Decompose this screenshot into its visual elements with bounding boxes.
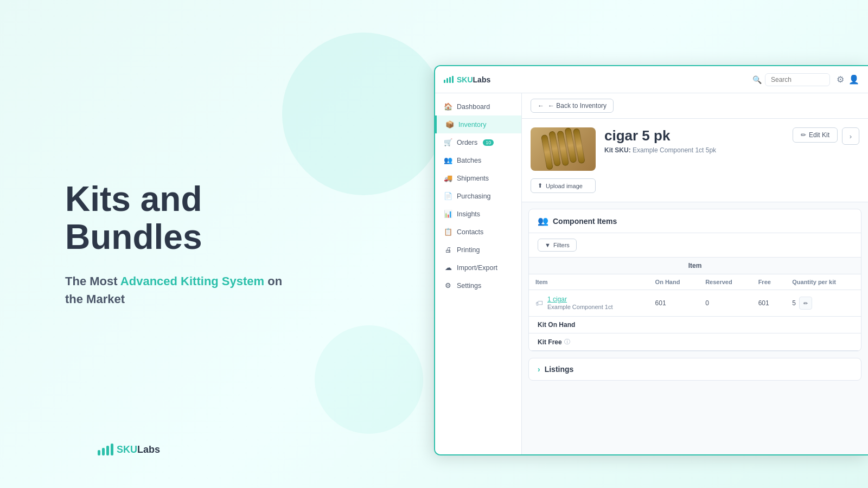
free-cell: 601	[752, 290, 786, 317]
component-items-section: 👥 Component Items ▼ Filters Item	[528, 209, 861, 351]
sidebar: 🏠 Dashboard 📦 Inventory 🛒 Orders 10 👥 Ba…	[435, 93, 522, 454]
listings-title: Listings	[545, 365, 574, 374]
sidebar-label-contacts: Contacts	[457, 228, 483, 236]
sidebar-item-batches[interactable]: 👥 Batches	[435, 151, 521, 169]
badge-orders: 10	[483, 139, 494, 146]
logo-bars	[98, 444, 113, 455]
left-panel: Kits and Bundles The Most Advanced Kitti…	[33, 0, 358, 488]
sidebar-item-shipments[interactable]: 🚚 Shipments	[435, 169, 521, 187]
sidebar-item-printing[interactable]: 🖨 Printing	[435, 241, 521, 259]
item-sub: Example Component 1ct	[547, 304, 612, 310]
filters-button[interactable]: ▼ Filters	[538, 239, 577, 252]
sidebar-item-import_export[interactable]: ☁ Import/Export	[435, 259, 521, 277]
batches-icon: 👥	[444, 156, 452, 164]
kit-free-row: Kit Free ⓘ	[529, 333, 861, 351]
subtitle: The Most Advanced Kitting System on the …	[65, 272, 326, 308]
sidebar-label-import_export: Import/Export	[457, 264, 497, 272]
sidebar-item-settings[interactable]: ⚙ Settings	[435, 277, 521, 294]
chevron-icon: ›	[850, 132, 852, 140]
col-header-reserved: Reserved	[699, 274, 751, 290]
component-items-table: Item Item On Hand Reserved Free Quantity…	[529, 258, 861, 317]
topbar-logo-bars	[444, 76, 454, 83]
gear-icon[interactable]: ⚙	[837, 74, 844, 85]
printing-icon: 🖨	[444, 246, 452, 254]
topbar: SKULabs 🔍 ⚙ 👤	[435, 66, 868, 93]
table-group-header: Item	[529, 258, 861, 274]
kit-free-label: Kit Free	[538, 338, 562, 346]
dashboard-icon: 🏠	[444, 102, 452, 111]
item-cell: 🏷 1 cigar Example Component 1ct	[529, 290, 649, 317]
inventory-icon: 📦	[445, 120, 454, 129]
qty-value: 5	[792, 299, 796, 307]
app-window: SKULabs 🔍 ⚙ 👤 🏠 Dashboard 📦 Inventory 🛒 …	[434, 65, 868, 455]
qty-per-kit-cell: 5 ✏	[786, 290, 861, 317]
search-icon: 🔍	[752, 75, 762, 84]
content-area: ← ← Back to Inventory	[522, 93, 868, 454]
sidebar-label-insights: Insights	[457, 210, 480, 218]
reserved-cell: 0	[699, 290, 751, 317]
topbar-logo: SKULabs	[444, 75, 490, 84]
settings-icon: ⚙	[444, 281, 452, 290]
sidebar-label-shipments: Shipments	[457, 175, 489, 182]
col-header-on-hand: On Hand	[649, 274, 699, 290]
item-link[interactable]: 1 cigar	[547, 296, 612, 303]
kit-on-hand-row: Kit On Hand	[529, 317, 861, 333]
sidebar-label-orders: Orders	[457, 139, 477, 146]
topbar-logo-name: SKULabs	[457, 75, 490, 84]
listings-chevron-icon: ›	[538, 365, 540, 374]
product-actions: ✏ Edit Kit ›	[793, 127, 859, 145]
product-header: ⬆ Upload image cigar 5 pk Kit SKU: Examp…	[522, 119, 868, 202]
qty-edit-button[interactable]: ✏	[799, 297, 812, 310]
back-arrow-icon: ←	[538, 102, 544, 110]
kit-summary: Kit On Hand Kit Free ⓘ	[529, 317, 861, 351]
sidebar-label-batches: Batches	[457, 157, 481, 164]
component-icon: 👥	[538, 216, 548, 226]
sidebar-label-printing: Printing	[457, 246, 480, 254]
shipments-icon: 🚚	[444, 174, 452, 182]
search-input[interactable]	[765, 73, 830, 86]
topbar-search[interactable]: 🔍	[752, 73, 830, 86]
sidebar-item-contacts[interactable]: 📋 Contacts	[435, 223, 521, 241]
sidebar-item-purchasing[interactable]: 📄 Purchasing	[435, 187, 521, 205]
back-to-inventory-button[interactable]: ← ← Back to Inventory	[531, 99, 614, 113]
sidebar-item-dashboard[interactable]: 🏠 Dashboard	[435, 98, 521, 115]
insights-icon: 📊	[444, 210, 452, 218]
upload-icon: ⬆	[538, 182, 542, 189]
tag-icon: 🏷	[535, 299, 543, 307]
purchasing-icon: 📄	[444, 192, 452, 200]
col-header-free: Free	[752, 274, 786, 290]
user-icon[interactable]: 👤	[848, 74, 859, 85]
sidebar-item-insights[interactable]: 📊 Insights	[435, 205, 521, 223]
filters-bar: ▼ Filters	[529, 233, 861, 258]
sidebar-label-settings: Settings	[457, 282, 481, 290]
info-icon[interactable]: ⓘ	[564, 338, 570, 346]
main-heading: Kits and Bundles	[65, 180, 326, 256]
upload-image-button[interactable]: ⬆ Upload image	[531, 178, 596, 193]
product-sku: Kit SKU: Example Component 1ct 5pk	[604, 146, 784, 154]
import_export-icon: ☁	[444, 264, 452, 272]
orders-icon: 🛒	[444, 138, 452, 146]
back-bar: ← ← Back to Inventory	[522, 93, 868, 119]
sidebar-item-orders[interactable]: 🛒 Orders 10	[435, 133, 521, 151]
product-info: cigar 5 pk Kit SKU: Example Component 1c…	[604, 127, 784, 154]
table-row: 🏷 1 cigar Example Component 1ct 601 0 60…	[529, 290, 861, 317]
sidebar-label-dashboard: Dashboard	[457, 103, 490, 111]
main-layout: 🏠 Dashboard 📦 Inventory 🛒 Orders 10 👥 Ba…	[435, 93, 868, 454]
sidebar-label-purchasing: Purchasing	[457, 192, 491, 200]
listings-section: › Listings	[528, 358, 861, 381]
cigar-visual	[541, 129, 585, 170]
pencil-icon: ✏	[801, 131, 806, 139]
topbar-icons: ⚙ 👤	[837, 74, 859, 85]
logo-text: SKULabs	[117, 444, 160, 455]
col-header-qty-per-kit: Quantity per kit	[786, 274, 861, 290]
col-header-item: Item	[529, 274, 649, 290]
component-items-table-wrapper: Item Item On Hand Reserved Free Quantity…	[529, 258, 861, 351]
sidebar-label-inventory: Inventory	[458, 121, 486, 129]
kit-on-hand-label: Kit On Hand	[538, 321, 575, 329]
edit-kit-button[interactable]: ✏ Edit Kit	[793, 127, 838, 143]
filter-icon: ▼	[545, 242, 551, 248]
sidebar-item-inventory[interactable]: 📦 Inventory	[435, 115, 521, 133]
listings-header[interactable]: › Listings	[529, 358, 861, 380]
product-image	[531, 127, 596, 171]
more-actions-button[interactable]: ›	[842, 127, 859, 145]
